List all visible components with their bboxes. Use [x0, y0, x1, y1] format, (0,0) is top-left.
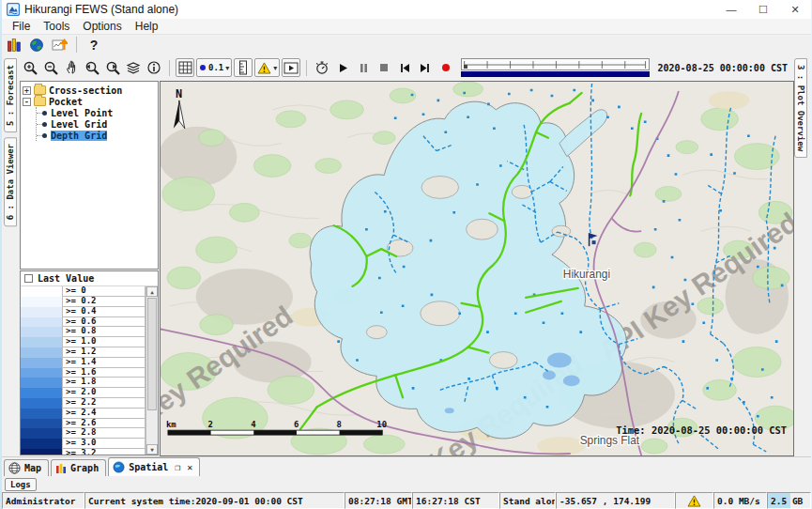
legend-row[interactable]: >= 3.2 — [21, 449, 146, 455]
close-button[interactable]: ✕ — [779, 0, 811, 19]
tree-node-cross-section[interactable]: + Cross-section — [23, 85, 156, 96]
explorer-icon[interactable] — [5, 36, 23, 54]
menu-help[interactable]: Help — [129, 20, 165, 33]
collapse-icon[interactable]: - — [23, 98, 31, 106]
tree-leaf-item[interactable]: Level Point — [37, 107, 156, 118]
minimize-button[interactable]: — — [715, 0, 747, 19]
help-icon[interactable]: ? — [84, 36, 103, 54]
wire-globe-icon — [8, 462, 21, 474]
legend-color-swatch — [21, 297, 62, 307]
svg-text:N: N — [176, 87, 182, 100]
toolbar-separator — [169, 60, 170, 76]
profile-ruler-icon[interactable] — [234, 58, 253, 77]
timer-icon[interactable] — [313, 58, 331, 77]
stop-button[interactable] — [375, 58, 393, 77]
legend-color-swatch — [21, 368, 62, 378]
status-local-time: 16:27:18 CST — [412, 492, 499, 509]
menu-options[interactable]: Options — [76, 20, 128, 33]
legend-color-swatch — [21, 337, 62, 347]
logs-row: Logs — [2, 476, 811, 492]
window-title: Hikurangi FEWS (Stand alone) — [24, 3, 178, 16]
legend-color-swatch — [21, 398, 62, 409]
tab-forecast[interactable]: 5 : Forecast — [4, 58, 17, 132]
tab-map[interactable]: Map — [4, 459, 49, 476]
left-tab-strip: 5 : Forecast 6 : Data Viewer — [2, 54, 19, 456]
node-bullet-icon — [42, 111, 47, 116]
status-gmt-time: 08:27:18 GMT — [345, 492, 412, 509]
menu-tools[interactable]: Tools — [37, 20, 76, 33]
svg-text:8: 8 — [337, 420, 342, 429]
zoom-previous-icon[interactable] — [83, 58, 101, 77]
tree-node-pocket[interactable]: - Pocket — [23, 96, 156, 107]
zoom-in-icon[interactable] — [21, 58, 39, 77]
spatial-globe-icon — [113, 461, 125, 473]
legend-row[interactable]: >= 2.4 — [21, 409, 146, 419]
status-system-time: Current system time:2020-09-01 00:00 CST — [84, 492, 345, 509]
warning-icon — [257, 62, 271, 74]
folder-icon — [34, 85, 46, 95]
main-toolbar: ? — [2, 35, 811, 54]
data-viewer-panel: + Cross-section - Pocket Level Point — [19, 81, 160, 456]
map-time-label: Time: 2020-08-25 00:00:00 CST — [616, 424, 787, 436]
status-warning-cell[interactable] — [675, 492, 713, 509]
last-value-checkbox[interactable] — [24, 274, 33, 283]
status-transfer-rate: 0.0 MB/s — [713, 492, 767, 509]
legend-color-swatch — [21, 317, 62, 328]
area-label: Springs Flat — [580, 434, 640, 447]
map-toolbar: 0.1 ▾ ▾ — [19, 54, 794, 81]
toolbar-separator — [76, 37, 77, 53]
tree-leaf-item[interactable]: Depth Grid — [37, 130, 156, 141]
zoom-next-icon[interactable] — [103, 58, 122, 77]
current-time-label: 2020-08-25 00:00:00 CST — [655, 63, 790, 73]
step-forward-button[interactable] — [416, 58, 435, 77]
status-user: Administrator — [2, 492, 84, 509]
layers-icon[interactable] — [124, 58, 143, 77]
tab-plot-overview[interactable]: 3 : Plot Overview — [794, 58, 807, 158]
thresholds-dropdown[interactable]: ▾ — [254, 58, 280, 77]
scroll-down-icon[interactable]: ▼ — [146, 444, 158, 455]
tree-children: Level Point Level Grid Depth Grid — [36, 107, 156, 141]
last-value-label: Last Value — [38, 273, 94, 284]
tab-data-viewer[interactable]: 6 : Data Viewer — [4, 137, 17, 226]
tab-close-icon[interactable]: ✕ — [187, 462, 192, 472]
info-icon[interactable] — [145, 58, 163, 77]
expander-icon[interactable]: + — [23, 86, 31, 95]
animation-icon[interactable] — [282, 58, 300, 77]
step-back-button[interactable] — [395, 58, 414, 77]
tree-leaf-item[interactable]: Level Grid — [37, 118, 156, 130]
record-button[interactable] — [437, 58, 455, 77]
tab-detach-icon[interactable]: ❐ — [175, 462, 180, 472]
zoom-out-icon[interactable] — [41, 58, 60, 77]
app-logo-icon — [7, 3, 20, 16]
svg-text:4: 4 — [251, 420, 255, 429]
bottom-tab-bar: Map Graph Spatial ❐ ✕ — [2, 456, 811, 476]
timeseries-display-icon[interactable] — [50, 36, 69, 54]
status-bar: Administrator Current system time:2020-0… — [2, 492, 811, 509]
map-view[interactable]: API Key Required API Key Required API Ke… — [160, 81, 794, 456]
svg-text:6: 6 — [294, 420, 299, 429]
logs-button[interactable]: Logs — [5, 478, 37, 491]
legend-scrollbar[interactable]: ▲ ▼ — [146, 286, 158, 455]
classification-dropdown[interactable]: 0.1 ▾ — [196, 58, 232, 77]
scrollbar-thumb[interactable] — [147, 298, 157, 410]
tab-spatial[interactable]: Spatial ❐ ✕ — [108, 457, 200, 476]
scroll-up-icon[interactable]: ▲ — [146, 286, 158, 297]
svg-text:km: km — [166, 420, 176, 429]
pause-button[interactable] — [354, 58, 373, 77]
maximize-button[interactable]: ☐ — [747, 0, 779, 19]
grid-display-icon[interactable] — [176, 58, 194, 77]
tab-graph[interactable]: Graph — [51, 459, 106, 476]
city-label: Hikurangi — [563, 268, 610, 281]
menu-file[interactable]: File — [6, 20, 37, 33]
warning-icon — [687, 495, 701, 507]
menu-bar: File Tools Options Help — [2, 19, 811, 35]
svg-text:2: 2 — [208, 420, 213, 429]
pan-icon[interactable] — [62, 58, 81, 77]
time-slider[interactable] — [461, 56, 649, 79]
toolbar-separator — [306, 60, 307, 76]
map-display-icon[interactable] — [27, 36, 46, 54]
legend-color-swatch — [21, 327, 62, 337]
legend-row[interactable]: >= 1.4 — [21, 358, 146, 368]
app-window: Hikurangi FEWS (Stand alone) — ☐ ✕ File … — [0, 0, 812, 509]
play-button[interactable] — [333, 58, 352, 77]
